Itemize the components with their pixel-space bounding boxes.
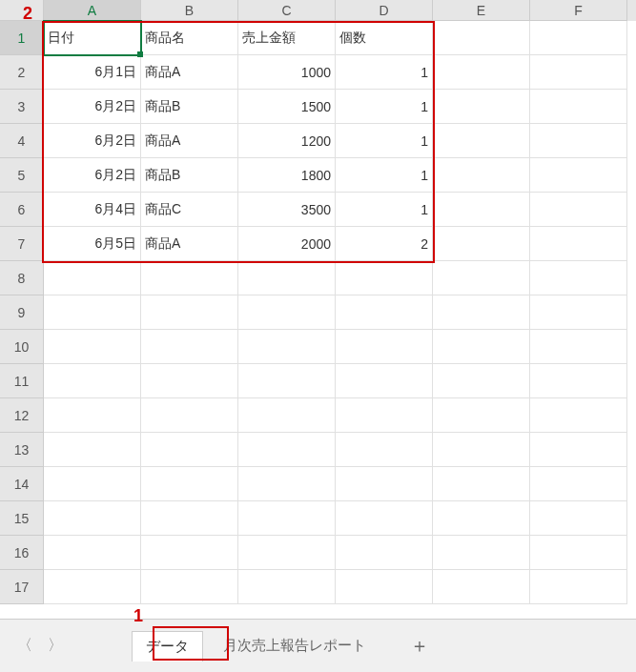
row-header-14[interactable]: 14 (0, 467, 44, 501)
cell[interactable] (44, 295, 141, 330)
cell[interactable] (336, 364, 433, 398)
cell[interactable] (336, 501, 433, 536)
row-header-5[interactable]: 5 (0, 158, 44, 193)
cell[interactable] (336, 536, 433, 570)
cell-c5[interactable]: 1800 (238, 158, 336, 193)
row-header-4[interactable]: 4 (0, 124, 44, 158)
cell-c4[interactable]: 1200 (238, 124, 336, 158)
cell-b5[interactable]: 商品B (141, 158, 238, 193)
cell-f3[interactable] (530, 90, 627, 124)
cell[interactable] (530, 398, 627, 433)
cell[interactable] (530, 364, 627, 398)
cell[interactable] (141, 501, 238, 536)
row-header-12[interactable]: 12 (0, 398, 44, 433)
row-header-6[interactable]: 6 (0, 193, 44, 227)
cell[interactable] (530, 295, 627, 330)
cell[interactable] (433, 501, 530, 536)
cell[interactable] (530, 501, 627, 536)
cell-c3[interactable]: 1500 (238, 90, 336, 124)
row-header-7[interactable]: 7 (0, 227, 44, 261)
cell-e2[interactable] (433, 55, 530, 90)
cell[interactable] (44, 467, 141, 501)
cell[interactable] (141, 536, 238, 570)
cell[interactable] (238, 364, 336, 398)
sheet-tab-report[interactable]: 月次売上報告レポート (209, 630, 380, 662)
cell[interactable] (44, 364, 141, 398)
col-header-d[interactable]: D (336, 0, 433, 21)
cell[interactable] (238, 398, 336, 433)
cell-b6[interactable]: 商品C (141, 193, 238, 227)
cell[interactable] (433, 570, 530, 604)
row-header-10[interactable]: 10 (0, 330, 44, 364)
cell-d6[interactable]: 1 (336, 193, 433, 227)
col-header-b[interactable]: B (141, 0, 238, 21)
add-sheet-button[interactable]: ＋ (405, 632, 434, 661)
cell-c2[interactable]: 1000 (238, 55, 336, 90)
cell[interactable] (238, 295, 336, 330)
cell[interactable] (433, 467, 530, 501)
cell[interactable] (141, 570, 238, 604)
row-header-11[interactable]: 11 (0, 364, 44, 398)
cell-e5[interactable] (433, 158, 530, 193)
cell-a4[interactable]: 6月2日 (44, 124, 141, 158)
cell[interactable] (433, 330, 530, 364)
cell[interactable] (141, 295, 238, 330)
row-header-8[interactable]: 8 (0, 261, 44, 295)
cell[interactable] (530, 433, 627, 467)
cell[interactable] (238, 536, 336, 570)
cell[interactable] (44, 261, 141, 295)
cell[interactable] (141, 261, 238, 295)
cell[interactable] (44, 570, 141, 604)
cell[interactable] (44, 330, 141, 364)
cell-a1[interactable]: 日付 (44, 21, 141, 55)
cell[interactable] (238, 467, 336, 501)
cell[interactable] (336, 467, 433, 501)
sheet-nav-prev[interactable]: 〈 (13, 635, 36, 658)
cell-c7[interactable]: 2000 (238, 227, 336, 261)
cell-d2[interactable]: 1 (336, 55, 433, 90)
cell[interactable] (336, 433, 433, 467)
cell-a5[interactable]: 6月2日 (44, 158, 141, 193)
cell[interactable] (336, 261, 433, 295)
select-all-corner[interactable] (0, 0, 44, 21)
cell-b7[interactable]: 商品A (141, 227, 238, 261)
cell-f4[interactable] (530, 124, 627, 158)
cell[interactable] (238, 261, 336, 295)
cell[interactable] (530, 536, 627, 570)
cell[interactable] (44, 398, 141, 433)
cell[interactable] (238, 570, 336, 604)
cell-a6[interactable]: 6月4日 (44, 193, 141, 227)
cell-c1[interactable]: 売上金額 (238, 21, 336, 55)
cell-b4[interactable]: 商品A (141, 124, 238, 158)
cell-b2[interactable]: 商品A (141, 55, 238, 90)
cell-a2[interactable]: 6月1日 (44, 55, 141, 90)
cell-d5[interactable]: 1 (336, 158, 433, 193)
cell[interactable] (141, 467, 238, 501)
cell[interactable] (141, 364, 238, 398)
cell[interactable] (433, 433, 530, 467)
cell[interactable] (336, 330, 433, 364)
cell[interactable] (530, 261, 627, 295)
cell-e6[interactable] (433, 193, 530, 227)
cell-f6[interactable] (530, 193, 627, 227)
cell-b3[interactable]: 商品B (141, 90, 238, 124)
cell-d3[interactable]: 1 (336, 90, 433, 124)
cell[interactable] (44, 501, 141, 536)
cell-b1[interactable]: 商品名 (141, 21, 238, 55)
cell[interactable] (433, 364, 530, 398)
cell-f5[interactable] (530, 158, 627, 193)
sheet-nav-next[interactable]: 〉 (44, 635, 67, 658)
cell[interactable] (141, 398, 238, 433)
row-header-17[interactable]: 17 (0, 570, 44, 604)
cell[interactable] (336, 295, 433, 330)
cell[interactable] (433, 536, 530, 570)
row-header-15[interactable]: 15 (0, 501, 44, 536)
cell[interactable] (238, 501, 336, 536)
cell-e7[interactable] (433, 227, 530, 261)
cell-a7[interactable]: 6月5日 (44, 227, 141, 261)
cell[interactable] (530, 330, 627, 364)
row-header-9[interactable]: 9 (0, 295, 44, 330)
cell-c6[interactable]: 3500 (238, 193, 336, 227)
row-header-13[interactable]: 13 (0, 433, 44, 467)
cell[interactable] (530, 570, 627, 604)
